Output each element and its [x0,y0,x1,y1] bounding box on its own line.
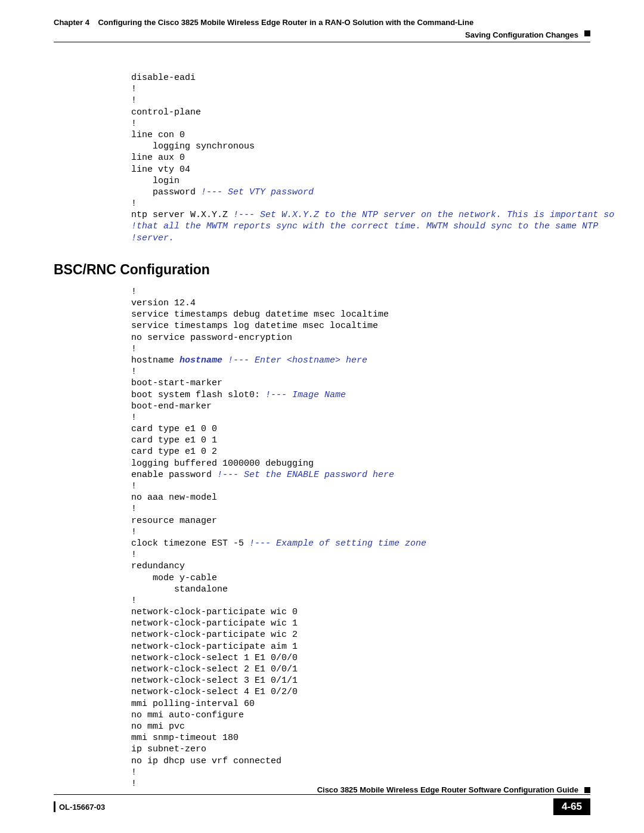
guide-title: Cisco 3825 Mobile Wireless Edge Router S… [317,785,578,794]
chapter-label: Chapter 4 [54,18,89,27]
page-footer: Cisco 3825 Mobile Wireless Edge Router S… [54,785,590,815]
code-block-1: disable-eadi ! ! control-plane ! line co… [131,72,590,244]
section-label: Saving Configuration Changes [465,30,578,39]
page-header: Chapter 4 Configuring the Cisco 3825 Mob… [54,18,590,42]
header-marker-icon [584,30,590,36]
code-block-2: ! version 12.4 service timestamps debug … [131,286,590,789]
section-heading: BSC/RNC Configuration [54,262,590,278]
page-number: 4-65 [553,798,590,815]
footer-marker-icon [584,787,590,793]
footer-bar-icon [54,801,55,812]
document-id: OL-15667-03 [59,803,105,812]
chapter-desc: Configuring the Cisco 3825 Mobile Wirele… [98,18,473,27]
chapter-title: Chapter 4 Configuring the Cisco 3825 Mob… [54,18,590,27]
